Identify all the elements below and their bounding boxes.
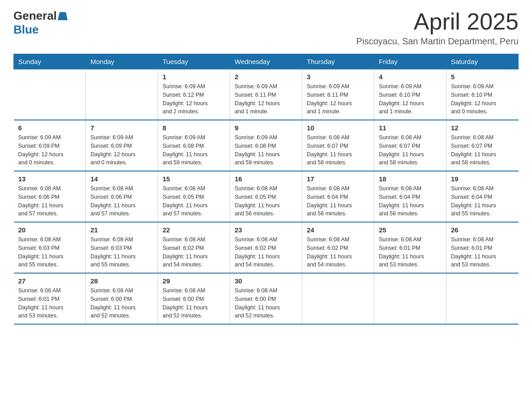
day-number: 26 xyxy=(451,226,514,234)
location-title: Piscoyacu, San Martin Department, Peru xyxy=(356,36,519,47)
header-wednesday: Wednesday xyxy=(230,54,302,69)
day-info: Sunrise: 6:08 AM Sunset: 6:01 PM Dayligh… xyxy=(379,235,442,269)
logo: General Blue xyxy=(13,9,68,37)
header-tuesday: Tuesday xyxy=(158,54,230,69)
calendar-cell: 11Sunrise: 6:08 AM Sunset: 6:07 PM Dayli… xyxy=(374,120,446,171)
calendar-cell xyxy=(302,273,374,324)
day-number: 10 xyxy=(307,124,369,132)
day-number: 16 xyxy=(235,175,297,183)
day-number: 1 xyxy=(163,73,225,81)
day-info: Sunrise: 6:08 AM Sunset: 6:02 PM Dayligh… xyxy=(163,235,225,269)
header-saturday: Saturday xyxy=(446,54,519,69)
day-info: Sunrise: 6:08 AM Sunset: 6:03 PM Dayligh… xyxy=(18,235,82,269)
day-number: 8 xyxy=(163,124,225,132)
day-number: 27 xyxy=(18,277,82,285)
day-info: Sunrise: 6:08 AM Sunset: 6:02 PM Dayligh… xyxy=(235,235,297,269)
calendar-cell: 2Sunrise: 6:09 AM Sunset: 6:11 PM Daylig… xyxy=(230,69,302,120)
svg-marker-0 xyxy=(58,12,68,20)
calendar-cell: 3Sunrise: 6:09 AM Sunset: 6:11 PM Daylig… xyxy=(302,69,374,120)
day-number: 11 xyxy=(379,124,442,132)
day-info: Sunrise: 6:09 AM Sunset: 6:10 PM Dayligh… xyxy=(379,82,442,116)
day-info: Sunrise: 6:08 AM Sunset: 6:00 PM Dayligh… xyxy=(90,287,153,320)
day-info: Sunrise: 6:08 AM Sunset: 6:00 PM Dayligh… xyxy=(163,287,225,320)
calendar-cell: 26Sunrise: 6:08 AM Sunset: 6:01 PM Dayli… xyxy=(446,222,519,273)
day-info: Sunrise: 6:08 AM Sunset: 6:07 PM Dayligh… xyxy=(379,133,442,167)
calendar-cell: 17Sunrise: 6:08 AM Sunset: 6:04 PM Dayli… xyxy=(302,171,374,222)
calendar-cell: 7Sunrise: 6:09 AM Sunset: 6:09 PM Daylig… xyxy=(86,120,158,171)
day-info: Sunrise: 6:08 AM Sunset: 6:01 PM Dayligh… xyxy=(451,235,514,269)
calendar-cell: 12Sunrise: 6:08 AM Sunset: 6:07 PM Dayli… xyxy=(446,120,519,171)
day-info: Sunrise: 6:08 AM Sunset: 6:01 PM Dayligh… xyxy=(18,287,82,320)
title-area: April 2025 Piscoyacu, San Martin Departm… xyxy=(356,9,519,47)
month-title: April 2025 xyxy=(356,9,519,34)
calendar-cell: 29Sunrise: 6:08 AM Sunset: 6:00 PM Dayli… xyxy=(158,273,230,324)
day-number: 4 xyxy=(379,73,442,81)
calendar-cell: 25Sunrise: 6:08 AM Sunset: 6:01 PM Dayli… xyxy=(374,222,446,273)
header-friday: Friday xyxy=(374,54,446,69)
day-info: Sunrise: 6:08 AM Sunset: 6:00 PM Dayligh… xyxy=(235,287,297,320)
header-sunday: Sunday xyxy=(14,54,86,69)
calendar-cell: 24Sunrise: 6:08 AM Sunset: 6:02 PM Dayli… xyxy=(302,222,374,273)
day-number: 21 xyxy=(90,226,153,234)
day-number: 18 xyxy=(379,175,442,183)
day-number: 5 xyxy=(451,73,514,81)
calendar-cell: 27Sunrise: 6:08 AM Sunset: 6:01 PM Dayli… xyxy=(14,273,86,324)
calendar-cell xyxy=(86,69,158,120)
day-number: 29 xyxy=(163,277,225,285)
day-info: Sunrise: 6:08 AM Sunset: 6:07 PM Dayligh… xyxy=(307,133,369,167)
day-info: Sunrise: 6:08 AM Sunset: 6:05 PM Dayligh… xyxy=(163,184,225,218)
calendar-cell: 4Sunrise: 6:09 AM Sunset: 6:10 PM Daylig… xyxy=(374,69,446,120)
day-number: 12 xyxy=(451,124,514,132)
calendar-week-row: 20Sunrise: 6:08 AM Sunset: 6:03 PM Dayli… xyxy=(14,222,519,273)
calendar-cell: 1Sunrise: 6:09 AM Sunset: 6:12 PM Daylig… xyxy=(158,69,230,120)
day-number: 17 xyxy=(307,175,369,183)
day-number: 13 xyxy=(18,175,82,183)
day-number: 9 xyxy=(235,124,297,132)
calendar-cell: 5Sunrise: 6:09 AM Sunset: 6:10 PM Daylig… xyxy=(446,69,519,120)
calendar-cell: 13Sunrise: 6:08 AM Sunset: 6:06 PM Dayli… xyxy=(14,171,86,222)
calendar-cell: 10Sunrise: 6:08 AM Sunset: 6:07 PM Dayli… xyxy=(302,120,374,171)
calendar-cell: 6Sunrise: 6:09 AM Sunset: 6:09 PM Daylig… xyxy=(14,120,86,171)
day-info: Sunrise: 6:08 AM Sunset: 6:07 PM Dayligh… xyxy=(451,133,514,167)
day-number: 20 xyxy=(18,226,82,234)
day-number: 25 xyxy=(379,226,442,234)
day-number: 22 xyxy=(163,226,225,234)
day-info: Sunrise: 6:08 AM Sunset: 6:04 PM Dayligh… xyxy=(379,184,442,218)
calendar-week-row: 6Sunrise: 6:09 AM Sunset: 6:09 PM Daylig… xyxy=(14,120,519,171)
calendar-week-row: 1Sunrise: 6:09 AM Sunset: 6:12 PM Daylig… xyxy=(14,69,519,120)
calendar-cell: 16Sunrise: 6:08 AM Sunset: 6:05 PM Dayli… xyxy=(230,171,302,222)
header-monday: Monday xyxy=(86,54,158,69)
day-info: Sunrise: 6:09 AM Sunset: 6:12 PM Dayligh… xyxy=(163,82,225,116)
calendar-cell: 21Sunrise: 6:08 AM Sunset: 6:03 PM Dayli… xyxy=(86,222,158,273)
day-number: 3 xyxy=(307,73,369,81)
calendar-cell xyxy=(14,69,86,120)
day-info: Sunrise: 6:09 AM Sunset: 6:09 PM Dayligh… xyxy=(18,133,82,167)
logo-general-text: General xyxy=(13,9,57,23)
calendar-cell: 28Sunrise: 6:08 AM Sunset: 6:00 PM Dayli… xyxy=(86,273,158,324)
day-number: 14 xyxy=(90,175,153,183)
day-number: 7 xyxy=(90,124,153,132)
day-number: 15 xyxy=(163,175,225,183)
day-info: Sunrise: 6:08 AM Sunset: 6:05 PM Dayligh… xyxy=(235,184,297,218)
day-info: Sunrise: 6:08 AM Sunset: 6:02 PM Dayligh… xyxy=(307,235,369,269)
day-info: Sunrise: 6:08 AM Sunset: 6:04 PM Dayligh… xyxy=(307,184,369,218)
calendar-cell: 15Sunrise: 6:08 AM Sunset: 6:05 PM Dayli… xyxy=(158,171,230,222)
calendar-cell: 8Sunrise: 6:09 AM Sunset: 6:08 PM Daylig… xyxy=(158,120,230,171)
day-info: Sunrise: 6:09 AM Sunset: 6:09 PM Dayligh… xyxy=(90,133,153,167)
day-info: Sunrise: 6:09 AM Sunset: 6:08 PM Dayligh… xyxy=(163,133,225,167)
day-info: Sunrise: 6:08 AM Sunset: 6:06 PM Dayligh… xyxy=(90,184,153,218)
calendar-week-row: 27Sunrise: 6:08 AM Sunset: 6:01 PM Dayli… xyxy=(14,273,519,324)
header-thursday: Thursday xyxy=(302,54,374,69)
calendar-cell: 20Sunrise: 6:08 AM Sunset: 6:03 PM Dayli… xyxy=(14,222,86,273)
day-info: Sunrise: 6:08 AM Sunset: 6:03 PM Dayligh… xyxy=(90,235,153,269)
calendar-cell: 30Sunrise: 6:08 AM Sunset: 6:00 PM Dayli… xyxy=(230,273,302,324)
day-info: Sunrise: 6:08 AM Sunset: 6:06 PM Dayligh… xyxy=(18,184,82,218)
day-number: 2 xyxy=(235,73,297,81)
day-number: 30 xyxy=(235,277,297,285)
calendar-cell xyxy=(446,273,519,324)
day-info: Sunrise: 6:08 AM Sunset: 6:04 PM Dayligh… xyxy=(451,184,514,218)
calendar-cell: 9Sunrise: 6:09 AM Sunset: 6:08 PM Daylig… xyxy=(230,120,302,171)
calendar-cell: 19Sunrise: 6:08 AM Sunset: 6:04 PM Dayli… xyxy=(446,171,519,222)
calendar-cell xyxy=(374,273,446,324)
day-number: 6 xyxy=(18,124,82,132)
